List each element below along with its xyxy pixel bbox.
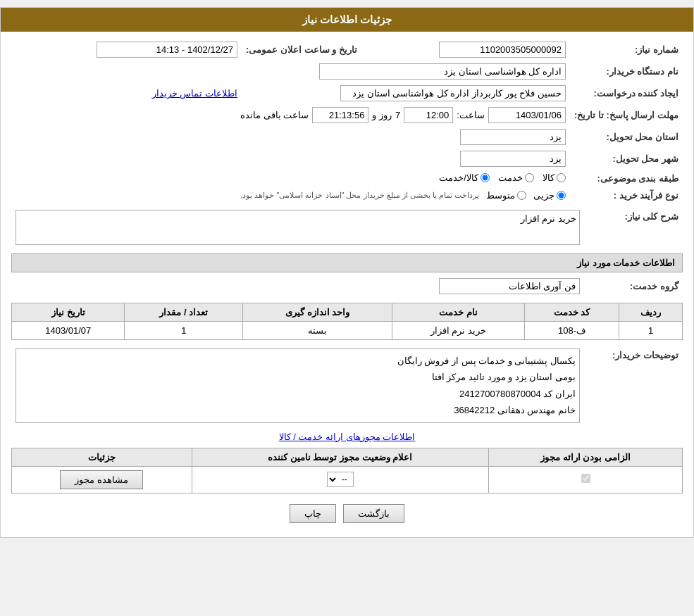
action-buttons: بازگشت چاپ — [11, 504, 683, 523]
service-group-row: گروه خدمت: فن آوری اطلاعات — [11, 275, 683, 297]
need-number-field: 1102003505000092 — [439, 42, 566, 58]
province-row: استان محل تحویل: یزد — [11, 126, 683, 148]
col-details: جزئیات — [12, 448, 192, 466]
category-kala-radio[interactable] — [557, 173, 566, 182]
announce-date-value: 1402/12/27 - 14:13 — [11, 39, 242, 61]
reply-time-field: 12:00 — [404, 107, 453, 123]
buyer-org-field: اداره کل هواشناسی استان یزد — [319, 63, 566, 80]
permits-header-row: الزامی بودن ارائه مجوز اعلام وضعیت مجوز … — [12, 448, 683, 466]
announce-date-field: 1402/12/27 - 14:13 — [97, 42, 237, 58]
buyer-notes-row: توضیحات خریدار: یکسال پشتیبانی و خدمات پ… — [11, 346, 683, 426]
need-description-table: شرح کلی نیاز: خرید نرم افزار — [11, 207, 683, 248]
cell-unit: بسته — [243, 322, 392, 340]
category-kala[interactable]: کالا — [543, 172, 566, 183]
buyer-note-line3: ایران کد 2412700780870004 — [459, 389, 576, 399]
info-table: شماره نیاز: 1102003505000092 تاریخ و ساع… — [11, 39, 683, 203]
purchase-mottaset-label: متوسط — [486, 190, 515, 201]
reply-deadline-label: مهلت ارسال پاسخ: تا تاریخ: — [570, 104, 683, 126]
contact-link-cell: اطلاعات تماس خریدار — [11, 82, 242, 104]
category-label: طبقه بندی موضوعی: — [570, 170, 683, 187]
table-row: 1 ف-108 خرید نرم افزار بسته 1 1403/01/07 — [12, 322, 683, 340]
province-label: استان محل تحویل: — [570, 126, 683, 148]
reply-time-label: ساعت: — [457, 110, 485, 120]
view-permit-button[interactable]: مشاهده مجوز — [60, 470, 143, 489]
print-button[interactable]: چاپ — [290, 504, 336, 523]
reply-days-value: 7 — [395, 110, 400, 120]
permits-table: الزامی بودن ارائه مجوز اعلام وضعیت مجوز … — [11, 448, 683, 494]
announce-date-label: تاریخ و ساعت اعلان عمومی: — [242, 39, 361, 61]
service-group-table: گروه خدمت: فن آوری اطلاعات — [11, 275, 683, 297]
permit-required-cell — [489, 466, 683, 493]
reply-remaining-field: 21:13:56 — [312, 107, 368, 123]
category-row: طبقه بندی موضوعی: کالا خدمت — [11, 170, 683, 187]
permits-table-body: -- مشاهده مجوز — [12, 466, 683, 493]
permit-status-cell: -- — [192, 466, 489, 493]
need-description-label: شرح کلی نیاز: — [584, 207, 683, 248]
category-khedmat-label: خدمت — [498, 172, 523, 183]
purchase-type-label: نوع فرآیند خرید : — [570, 187, 683, 203]
city-row: شهر محل تحویل: یزد — [11, 148, 683, 170]
content-area: شماره نیاز: 1102003505000092 تاریخ و ساع… — [1, 32, 693, 537]
requester-label: ایجاد کننده درخواست: — [570, 82, 683, 104]
need-number-label: شماره نیاز: — [570, 39, 683, 61]
cell-count: 1 — [125, 322, 243, 340]
col-required: الزامی بودن ارائه مجوز — [489, 448, 683, 466]
buyer-note-line4: خانم مهندس دهقانی 36842212 — [454, 405, 576, 415]
reply-deadline-row: مهلت ارسال پاسخ: تا تاریخ: 1403/01/06 سا… — [11, 104, 683, 126]
purchase-type-options: جزیی متوسط پرداخت تمام یا بخشی از مبلغ خ… — [16, 190, 566, 201]
page-wrapper: جزئیات اطلاعات نیاز شماره نیاز: 11020035… — [0, 7, 694, 538]
reply-date-field: 1403/01/06 — [488, 107, 566, 123]
buyer-note-line1: یکسال پشتیبانی و خدمات پس از فروش رایگان — [397, 356, 576, 366]
permit-status-select[interactable]: -- — [327, 472, 354, 487]
category-kala-label: کالا — [543, 172, 554, 183]
col-status: اعلام وضعیت مجوز توسط نامین کننده — [192, 448, 489, 466]
buyer-org-value: اداره کل هواشناسی استان یزد — [11, 61, 570, 82]
category-kala-khedmat-radio[interactable] — [481, 173, 490, 182]
col-unit: واحد اندازه گیری — [243, 303, 392, 322]
category-kala-khedmat[interactable]: کالا/خدمت — [439, 172, 490, 183]
buyer-notes-label: توضیحات خریدار: — [584, 346, 683, 426]
cell-radif: 1 — [619, 322, 683, 340]
requester-row: ایجاد کننده درخواست: حسین فلاح پور کاربر… — [11, 82, 683, 104]
permits-section-title[interactable]: اطلاعات مجوزهای ارائه خدمت / کالا — [11, 432, 683, 442]
permit-details-cell: مشاهده مجوز — [12, 466, 192, 493]
buyer-org-label: نام دستگاه خریدار: — [570, 61, 683, 82]
page-title: جزئیات اطلاعات نیاز — [302, 13, 392, 25]
need-description-box: خرید نرم افزار — [16, 210, 580, 245]
table-row: -- مشاهده مجوز — [12, 466, 683, 493]
category-radio-group: کالا خدمت کالا/خدمت — [439, 172, 566, 183]
purchase-jozi-label: جزیی — [533, 190, 554, 201]
category-khedmat[interactable]: خدمت — [498, 172, 534, 183]
purchase-jozi-radio[interactable] — [557, 191, 566, 200]
permit-required-checkbox — [581, 474, 590, 483]
buyer-notes-box: یکسال پشتیبانی و خدمات پس از فروش رایگان… — [16, 348, 580, 423]
purchase-note: پرداخت تمام یا بخشی از مبلغ خریداز محل "… — [240, 191, 479, 200]
services-header-row: ردیف کد خدمت نام خدمت واحد اندازه گیری ت… — [12, 303, 683, 322]
reply-remaining-label: ساعت باقی مانده — [240, 110, 309, 120]
service-group-label: گروه خدمت: — [584, 275, 683, 297]
services-table-body: 1 ف-108 خرید نرم افزار بسته 1 1403/01/07 — [12, 322, 683, 340]
category-kala-khedmat-label: کالا/خدمت — [439, 172, 478, 183]
date-row: 1403/01/06 ساعت: 12:00 7 روز و 21:13:56 … — [16, 107, 566, 123]
category-khedmat-radio[interactable] — [525, 173, 534, 182]
col-radif: ردیف — [619, 303, 683, 322]
col-count: تعداد / مقدار — [125, 303, 243, 322]
purchase-mottaset-radio[interactable] — [517, 191, 526, 200]
province-field: یزد — [460, 129, 566, 145]
cell-name: خرید نرم افزار — [392, 322, 524, 340]
purchase-mottaset[interactable]: متوسط — [486, 190, 526, 201]
purchase-type-row: نوع فرآیند خرید : جزیی متوسط پرداخت تمام… — [11, 187, 683, 203]
permits-table-header: الزامی بودن ارائه مجوز اعلام وضعیت مجوز … — [12, 448, 683, 466]
requester-field: حسین فلاح پور کاربرداز اداره کل هواشناسی… — [340, 85, 566, 101]
contact-link[interactable]: اطلاعات تماس خریدار — [152, 88, 237, 99]
need-number-value: 1102003505000092 — [361, 39, 570, 61]
col-code: کد خدمت — [524, 303, 619, 322]
need-description-row: شرح کلی نیاز: خرید نرم افزار — [11, 207, 683, 248]
buyer-note-line2: بومی استان یزد و مورد تائید مرکز افتا — [432, 372, 576, 382]
purchase-jozi[interactable]: جزیی — [533, 190, 566, 201]
buyer-notes-table: توضیحات خریدار: یکسال پشتیبانی و خدمات پ… — [11, 346, 683, 426]
cell-code: ف-108 — [524, 322, 619, 340]
services-table-header: ردیف کد خدمت نام خدمت واحد اندازه گیری ت… — [12, 303, 683, 322]
col-date: تاریخ نیاز — [12, 303, 125, 322]
back-button[interactable]: بازگشت — [343, 504, 404, 523]
